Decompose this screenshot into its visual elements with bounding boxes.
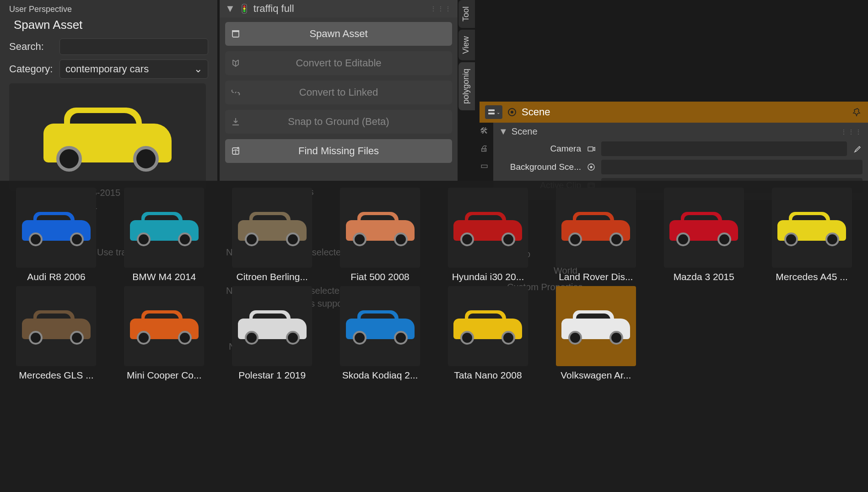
property-label: Background Sce... (499, 162, 581, 172)
asset-thumbnail (772, 188, 852, 268)
asset-item[interactable]: Mercedes A45 ... (760, 188, 863, 282)
asset-item[interactable]: Hyundai i30 20... (437, 188, 540, 282)
asset-thumbnail (16, 286, 96, 366)
preview-car-render (43, 103, 172, 172)
property-label: Camera (499, 144, 581, 154)
properties-context-label: Scene (522, 106, 550, 118)
asset-thumbnail (16, 188, 96, 268)
tool-settings-icon[interactable]: 🛠 (478, 124, 491, 137)
spawn-asset-button[interactable]: Spawn Asset (225, 22, 452, 46)
asset-item[interactable]: BMW M4 2014 (113, 188, 216, 282)
car-render (777, 210, 846, 246)
asset-item[interactable]: Tata Nano 2008 (437, 286, 540, 381)
traffiq-panel-header[interactable]: ▼ traffiq full ⋮⋮⋮ (220, 0, 458, 17)
traffic-light-icon (239, 3, 250, 14)
asset-thumbnail (232, 286, 312, 366)
svg-rect-7 (488, 109, 495, 111)
asset-label: Mercedes GLS ... (19, 370, 93, 381)
svg-rect-5 (232, 30, 239, 32)
properties-tab-icons: 🛠 🖨 ▭ (476, 124, 492, 172)
asset-item[interactable]: Polestar 1 2019 (221, 286, 324, 381)
pin-icon[interactable] (852, 107, 863, 117)
find-missing-files-button[interactable]: Find Missing Files (225, 139, 452, 163)
camera-icon[interactable] (586, 143, 597, 154)
chevron-down-icon: ⌄ (496, 110, 500, 115)
spawn-icon (225, 29, 246, 39)
car-render (130, 308, 199, 345)
asset-thumbnail (340, 286, 420, 366)
property-row: Camera (499, 141, 863, 156)
property-row: Background Sce... (499, 160, 863, 174)
tab-view[interactable]: View (458, 30, 475, 60)
svg-rect-8 (488, 113, 495, 114)
asset-label: Skoda Kodiaq 2... (342, 370, 418, 381)
category-dropdown[interactable]: contemporary cars ⌄ (59, 59, 208, 79)
asset-thumbnail (340, 188, 420, 268)
asset-item[interactable]: Mazda 3 2015 (652, 188, 755, 282)
snap-ground-icon (225, 117, 246, 127)
search-label: Search: (9, 41, 59, 53)
asset-label: BMW M4 2014 (132, 271, 196, 282)
disclosure-triangle-icon[interactable]: ▼ (499, 126, 508, 137)
n-panel-tabs: Tool View polygoniq (458, 0, 475, 112)
snap-to-ground-beta-button[interactable]: Snap to Ground (Beta) (225, 110, 452, 134)
asset-label: Fiat 500 2008 (350, 271, 409, 282)
search-input[interactable] (59, 38, 208, 55)
asset-label: Audi R8 2006 (27, 271, 85, 282)
output-icon[interactable]: 🖨 (478, 142, 491, 155)
car-render (561, 210, 630, 246)
spawn-asset-panel: User Perspective Spawn Asset Search: Cat… (0, 0, 217, 181)
car-render (238, 210, 307, 246)
disclosure-triangle-icon[interactable]: ▼ (225, 3, 235, 15)
asset-item[interactable]: Volkswagen Ar... (544, 286, 647, 381)
asset-thumbnail (448, 286, 528, 366)
viewport-perspective-label: User Perspective (9, 5, 208, 14)
asset-item[interactable]: Land Rover Dis... (544, 188, 647, 282)
asset-label: Volkswagen Ar... (561, 370, 631, 381)
car-render (238, 308, 307, 345)
svg-rect-4 (232, 32, 239, 37)
spawn-panel-title: Spawn Asset (14, 18, 208, 32)
svg-point-2 (243, 8, 245, 10)
button-label: Convert to Editable (246, 57, 452, 69)
car-render (561, 308, 630, 345)
car-render (346, 210, 415, 246)
car-render (22, 210, 91, 246)
asset-item[interactable]: Mercedes GLS ... (5, 286, 108, 381)
find-missing-icon (225, 146, 246, 156)
car-render (22, 308, 91, 345)
grip-icon[interactable]: ⋮⋮⋮ (430, 5, 452, 12)
tab-tool[interactable]: Tool (458, 0, 475, 28)
property-field[interactable] (601, 160, 863, 174)
asset-item[interactable]: Mini Cooper Co... (113, 286, 216, 381)
asset-preview[interactable] (9, 83, 206, 191)
asset-label: Land Rover Dis... (559, 271, 633, 282)
asset-thumbnail (124, 286, 204, 366)
scene-icon (507, 107, 517, 117)
category-value: contemporary cars (65, 63, 149, 75)
convert-to-editable-button[interactable]: Convert to Editable (225, 51, 452, 75)
property-field[interactable] (601, 141, 847, 156)
editor-type-dropdown[interactable]: ⌄ (485, 105, 502, 119)
eyedropper-icon[interactable] (852, 143, 863, 154)
asset-label: Tata Nano 2008 (454, 370, 522, 381)
button-label: Snap to Ground (Beta) (246, 116, 452, 128)
grip-icon[interactable]: ⋮⋮⋮ (841, 128, 863, 135)
tab-polygoniq[interactable]: polygoniq (458, 62, 475, 110)
asset-label: Polestar 1 2019 (238, 370, 306, 381)
convert-to-linked-button[interactable]: Convert to Linked (225, 81, 452, 104)
asset-item[interactable]: Citroen Berling... (221, 188, 324, 282)
svg-point-10 (511, 111, 513, 114)
svg-point-13 (590, 166, 593, 168)
asset-item[interactable]: Skoda Kodiaq 2... (329, 286, 432, 381)
car-render (453, 210, 522, 246)
scene-subheader: Scene (512, 126, 538, 137)
scene-icon[interactable] (586, 162, 597, 173)
render-icon[interactable]: ▭ (478, 159, 491, 172)
asset-item[interactable]: Audi R8 2006 (5, 188, 108, 282)
asset-label: Citroen Berling... (236, 271, 307, 282)
asset-thumbnail (664, 188, 744, 268)
traffiq-panel: ▼ traffiq full ⋮⋮⋮ Spawn AssetConvert to… (220, 0, 458, 181)
svg-rect-11 (588, 147, 593, 151)
asset-item[interactable]: Fiat 500 2008 (329, 188, 432, 282)
